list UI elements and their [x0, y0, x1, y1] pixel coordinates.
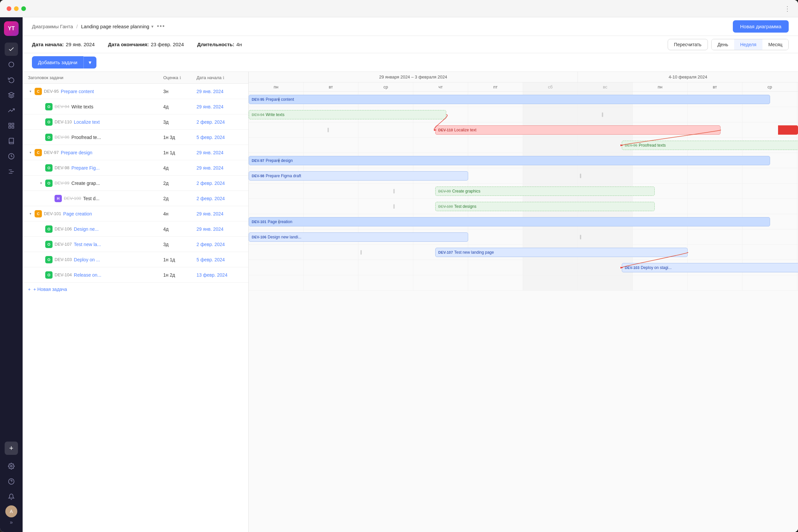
- view-week-button[interactable]: Неделя: [734, 39, 762, 50]
- task-date[interactable]: 29 янв. 2024: [196, 165, 243, 171]
- gantt-bar-resize-handle[interactable]: [278, 97, 280, 102]
- task-title-cell: ▾ C DEV-101 Page creation: [28, 210, 163, 217]
- window-menu-icon[interactable]: ⋮: [784, 5, 791, 13]
- gantt-bar[interactable]: DEV-95 Prepare content: [249, 95, 770, 104]
- gantt-bar[interactable]: DEV-96 Proofread texts: [622, 141, 798, 150]
- gantt-bar-resize-handle[interactable]: [327, 128, 329, 132]
- task-date[interactable]: 5 февр. 2024: [196, 135, 243, 140]
- task-expand-icon[interactable]: ▾: [28, 89, 33, 94]
- sidebar-item-circle[interactable]: [5, 58, 18, 71]
- view-day-button[interactable]: День: [711, 39, 734, 50]
- task-expand-icon[interactable]: ▾: [28, 150, 33, 155]
- task-estimate: 1н 1д: [163, 150, 196, 155]
- task-name[interactable]: Write texts: [72, 104, 93, 109]
- breadcrumb-more-icon[interactable]: •••: [157, 23, 165, 30]
- add-project-button[interactable]: +: [5, 441, 18, 455]
- task-date[interactable]: 29 янв. 2024: [196, 226, 243, 232]
- table-row: O DEV-103 Deploy on ... 1н 1д 5 февр. 20…: [23, 252, 248, 267]
- sidebar-item-notifications[interactable]: [5, 490, 18, 504]
- task-name[interactable]: Localize text: [74, 119, 100, 125]
- task-date[interactable]: 2 февр. 2024: [196, 196, 243, 201]
- breadcrumb-dropdown-icon[interactable]: ▾: [151, 24, 154, 29]
- gantt-bar[interactable]: DEV-106 Design new landi...: [249, 232, 468, 242]
- gantt-bar[interactable]: DEV-103 Deploy on stagi...: [622, 263, 798, 272]
- task-estimate: 3н: [163, 89, 196, 94]
- task-id: DEV-98: [55, 165, 70, 170]
- gantt-bar-resize-handle[interactable]: [393, 189, 395, 193]
- user-avatar[interactable]: A: [5, 506, 17, 517]
- task-date[interactable]: 2 февр. 2024: [196, 242, 243, 247]
- gantt-bar[interactable]: DEV-94 Write texts: [249, 110, 446, 119]
- gantt-bar[interactable]: DEV-107 Test new landing page: [435, 248, 688, 257]
- gantt-bar[interactable]: DEV-110 Localize text: [435, 125, 721, 135]
- task-date[interactable]: 29 янв. 2024: [196, 104, 243, 109]
- close-button[interactable]: [7, 6, 11, 11]
- breadcrumb-separator: /: [76, 24, 78, 29]
- sidebar-item-check[interactable]: [5, 42, 18, 56]
- task-date[interactable]: 2 февр. 2024: [196, 180, 243, 186]
- task-date[interactable]: 29 янв. 2024: [196, 211, 243, 216]
- sidebar-item-layers[interactable]: [5, 89, 18, 102]
- gantt-bar-label: Test designs: [454, 204, 476, 209]
- gantt-bar[interactable]: DEV-101 Page creation: [249, 217, 770, 226]
- task-name[interactable]: Test d...: [83, 196, 99, 201]
- gantt-bar-resize-handle[interactable]: [580, 235, 581, 240]
- start-value: 29 янв. 2024: [66, 41, 95, 47]
- task-date[interactable]: 13 февр. 2024: [196, 272, 243, 278]
- task-name[interactable]: Prepare Fig...: [72, 165, 100, 171]
- breadcrumb-root[interactable]: Диаграммы Ганта: [32, 24, 73, 29]
- gantt-bar-resize-handle[interactable]: [278, 220, 280, 224]
- add-task-button[interactable]: Добавить задачи: [32, 56, 83, 69]
- gantt-bar[interactable]: DEV-98 Prepare Figma draft: [249, 171, 468, 180]
- minimize-button[interactable]: [14, 6, 19, 11]
- task-name[interactable]: Prepare content: [61, 89, 94, 94]
- gantt-bar-resize-handle[interactable]: [393, 204, 395, 209]
- task-id: DEV-106: [55, 226, 72, 231]
- task-name[interactable]: Design ne...: [74, 226, 99, 232]
- sidebar-item-book[interactable]: [5, 134, 18, 148]
- sidebar: YT: [0, 17, 23, 532]
- gantt-bar[interactable]: DEV-99 Create graphics: [435, 187, 655, 196]
- gantt-bar-resize-handle[interactable]: [278, 158, 280, 163]
- sidebar-collapse-button[interactable]: »: [10, 519, 13, 525]
- gantt-row: DEV-96 Proofread texts: [249, 138, 798, 153]
- task-date[interactable]: 5 февр. 2024: [196, 257, 243, 262]
- sidebar-item-settings[interactable]: [5, 459, 18, 473]
- gantt-day-header: пн: [249, 82, 304, 92]
- recalculate-button[interactable]: Пересчитать: [668, 39, 708, 50]
- gantt-bar[interactable]: DEV-97 Prepare design: [249, 156, 770, 165]
- task-name[interactable]: Proofread te...: [72, 135, 101, 140]
- task-date[interactable]: 29 янв. 2024: [196, 150, 243, 155]
- table-row: O DEV-94 Write texts 4д 29 янв. 2024: [23, 99, 248, 114]
- gantt-bar-resize-handle[interactable]: [360, 250, 362, 255]
- sidebar-item-chart[interactable]: [5, 104, 18, 117]
- task-expand-icon[interactable]: ▾: [28, 211, 33, 216]
- task-name[interactable]: Release on...: [74, 272, 101, 278]
- app-logo[interactable]: YT: [4, 21, 19, 36]
- add-task-dropdown-button[interactable]: ▼: [83, 57, 96, 69]
- task-name[interactable]: Deploy on ...: [74, 257, 100, 262]
- gantt-bar-resize-handle[interactable]: [602, 112, 603, 117]
- task-badge: C: [35, 149, 42, 156]
- task-name[interactable]: Prepare design: [61, 150, 92, 155]
- view-month-button[interactable]: Месяц: [762, 39, 788, 50]
- new-diagram-button[interactable]: Новая диаграмма: [733, 20, 789, 33]
- traffic-lights: [7, 6, 26, 11]
- task-date[interactable]: 29 янв. 2024: [196, 89, 243, 94]
- gantt-bar[interactable]: DEV-100 Test designs: [435, 202, 655, 211]
- gantt-row: DEV-100 Test designs: [249, 199, 798, 214]
- task-name[interactable]: Create grap...: [72, 180, 100, 186]
- maximize-button[interactable]: [21, 6, 26, 11]
- sidebar-item-history[interactable]: [5, 73, 18, 87]
- sidebar-item-grid[interactable]: [5, 119, 18, 132]
- sidebar-item-gantt[interactable]: [5, 165, 18, 178]
- task-date[interactable]: 2 февр. 2024: [196, 119, 243, 125]
- task-name[interactable]: Page creation: [63, 211, 92, 216]
- add-new-task-row[interactable]: + + Новая задача: [23, 283, 248, 296]
- task-name[interactable]: Test new la...: [74, 242, 101, 247]
- sidebar-item-help[interactable]: [5, 475, 18, 488]
- gantt-bar-resize-handle[interactable]: [580, 174, 581, 178]
- task-expand-icon[interactable]: ▾: [39, 181, 43, 186]
- sidebar-item-timer[interactable]: [5, 150, 18, 163]
- task-id: DEV-95: [44, 89, 59, 94]
